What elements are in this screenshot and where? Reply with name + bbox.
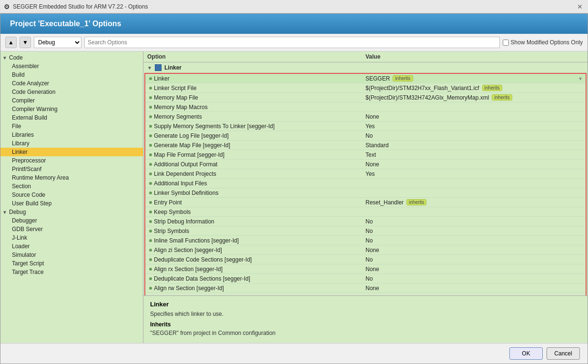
option-dot bbox=[149, 277, 152, 280]
table-row[interactable]: Memory Map File $(ProjectDir)/STM32H742A… bbox=[145, 93, 586, 102]
table-row[interactable]: Align rx Section [segger-Id] None bbox=[145, 264, 586, 274]
table-row[interactable]: Strip Symbols No bbox=[145, 226, 586, 236]
close-button[interactable]: ✕ bbox=[576, 2, 584, 11]
option-dot bbox=[149, 172, 152, 175]
option-dot bbox=[149, 115, 152, 118]
table-row[interactable]: Linker SEGGER inherits ▾ bbox=[145, 74, 586, 83]
right-panel: Option Value ▼ Linker Linker bbox=[143, 51, 588, 343]
sidebar-item-compiler-warning[interactable]: Compiler Warning bbox=[0, 105, 143, 113]
option-dot bbox=[149, 201, 152, 204]
option-dot bbox=[149, 239, 152, 242]
dialog-header: Project 'Executable_1' Options bbox=[0, 14, 588, 34]
sidebar-item-compiler[interactable]: Compiler bbox=[0, 96, 143, 105]
sidebar-item-user-build-step[interactable]: User Build Step bbox=[0, 199, 143, 208]
table-row[interactable]: Align zi Section [segger-Id] None bbox=[145, 245, 586, 255]
option-dot bbox=[149, 144, 152, 147]
show-modified-checkbox[interactable] bbox=[503, 40, 509, 46]
sidebar-item-file[interactable]: File bbox=[0, 122, 143, 131]
sidebar-item-printf-scanf[interactable]: Printf/Scanf bbox=[0, 165, 143, 173]
description-panel: Linker Specifies which linker to use. In… bbox=[143, 295, 588, 343]
table-row[interactable]: Align rw Section [segger-Id] None bbox=[145, 283, 586, 293]
option-dot bbox=[149, 192, 152, 194]
table-row[interactable]: Generate Log File [segger-Id] No bbox=[145, 131, 586, 141]
sidebar-item-runtime-memory[interactable]: Runtime Memory Area bbox=[0, 173, 143, 182]
option-dot bbox=[149, 258, 152, 261]
sidebar-item-target-script[interactable]: Target Script bbox=[0, 259, 143, 268]
option-dot bbox=[149, 96, 152, 99]
linker-title: Linker bbox=[164, 64, 182, 71]
dialog-footer: OK Cancel bbox=[0, 343, 588, 364]
table-row[interactable]: Strip Debug Information No bbox=[145, 217, 586, 226]
table-row[interactable]: Memory Map Macros bbox=[145, 102, 586, 112]
ok-button[interactable]: OK bbox=[509, 347, 543, 360]
option-dot bbox=[149, 249, 152, 252]
options-header: Option Value bbox=[143, 51, 588, 62]
table-row[interactable]: Entry Point Reset_Handler inherits bbox=[145, 198, 586, 207]
title-bar: ⚙ SEGGER Embedded Studio for ARM V7.22 -… bbox=[0, 0, 588, 13]
expand-icon: ▼ bbox=[2, 55, 7, 61]
options-table: Option Value ▼ Linker Linker bbox=[143, 51, 588, 295]
sidebar: ▼ Code Assembler Build Code Analyzer Cod… bbox=[0, 51, 143, 343]
table-row[interactable]: Generate Map File [segger-Id] Standard bbox=[145, 141, 586, 150]
sidebar-item-preprocessor[interactable]: Preprocessor bbox=[0, 156, 143, 165]
sidebar-item-j-link[interactable]: J-Link bbox=[0, 233, 143, 242]
table-row[interactable]: Additional Output Format None bbox=[145, 160, 586, 169]
sidebar-item-library[interactable]: Library bbox=[0, 139, 143, 148]
table-row[interactable]: Memory Segments None bbox=[145, 112, 586, 121]
table-row[interactable]: Linker Symbol Definitions bbox=[145, 188, 586, 198]
sidebar-item-simulator[interactable]: Simulator bbox=[0, 251, 143, 259]
table-row[interactable]: Link Dependent Projects Yes bbox=[145, 169, 586, 179]
sidebar-item-debug[interactable]: ▼ Debug bbox=[0, 208, 143, 216]
show-modified-label[interactable]: Show Modified Options Only bbox=[503, 39, 583, 46]
config-select[interactable]: Debug bbox=[34, 37, 81, 48]
sidebar-item-loader[interactable]: Loader bbox=[0, 242, 143, 251]
sidebar-item-gdb-server[interactable]: GDB Server bbox=[0, 225, 143, 233]
main-content: ▼ Code Assembler Build Code Analyzer Cod… bbox=[0, 51, 588, 343]
inherits-badge: inherits bbox=[393, 75, 413, 81]
table-row[interactable]: Linker Script File $(ProjectDir)/STM32H7… bbox=[145, 83, 586, 93]
col-option: Option bbox=[147, 53, 365, 60]
inherits-badge: inherits bbox=[492, 94, 512, 101]
option-dot bbox=[149, 220, 152, 223]
sidebar-item-build[interactable]: Build bbox=[0, 71, 143, 79]
desc-inherits-title: Inherits bbox=[150, 321, 581, 328]
table-row[interactable]: Additional Input Files bbox=[145, 179, 586, 188]
sidebar-item-code-analyzer[interactable]: Code Analyzer bbox=[0, 79, 143, 88]
table-row[interactable]: Supply Memory Segments To Linker [segger… bbox=[145, 121, 586, 131]
sidebar-item-section[interactable]: Section bbox=[0, 182, 143, 191]
desc-title: Linker bbox=[150, 301, 581, 308]
sidebar-item-assembler[interactable]: Assembler bbox=[0, 62, 143, 71]
sidebar-item-code[interactable]: ▼ Code bbox=[0, 53, 143, 62]
options-body: Linker SEGGER inherits ▾ Linker Script F… bbox=[144, 73, 587, 295]
table-row[interactable]: Keep Symbols bbox=[145, 207, 586, 217]
desc-inherits-text: "SEGGER" from project in Common configur… bbox=[150, 330, 581, 336]
table-row[interactable]: Map File Format [segger-Id] Text bbox=[145, 150, 586, 160]
sidebar-label-code: Code bbox=[9, 54, 23, 61]
table-row[interactable]: Deduplicate Code Sections [segger-Id] No bbox=[145, 255, 586, 264]
option-dot bbox=[149, 163, 152, 166]
option-dot bbox=[149, 153, 152, 156]
dialog-title: Project 'Executable_1' Options bbox=[10, 20, 121, 28]
cancel-button[interactable]: Cancel bbox=[547, 347, 580, 360]
sidebar-item-external-build[interactable]: External Build bbox=[0, 113, 143, 122]
option-dot bbox=[149, 87, 152, 90]
down-button[interactable]: ▼ bbox=[20, 37, 31, 48]
inherits-badge: inherits bbox=[406, 199, 426, 205]
sidebar-item-linker[interactable]: Linker bbox=[0, 148, 143, 156]
sidebar-item-code-generation[interactable]: Code Generation bbox=[0, 88, 143, 96]
sidebar-item-target-trace[interactable]: Target Trace bbox=[0, 268, 143, 276]
table-row[interactable]: Inline Small Functions [segger-Id] No bbox=[145, 236, 586, 245]
col-value: Value bbox=[365, 53, 584, 60]
sidebar-item-source-code[interactable]: Source Code bbox=[0, 191, 143, 199]
option-dot bbox=[149, 134, 152, 137]
sidebar-item-libraries[interactable]: Libraries bbox=[0, 131, 143, 139]
toolbar: ▲ ▼ Debug Show Modified Options Only bbox=[0, 34, 588, 51]
table-row[interactable]: Deduplicate Data Sections [segger-Id] No bbox=[145, 274, 586, 283]
sidebar-item-debugger[interactable]: Debugger bbox=[0, 216, 143, 225]
sidebar-label-debug: Debug bbox=[9, 209, 26, 215]
option-dot bbox=[149, 268, 152, 271]
up-button[interactable]: ▲ bbox=[5, 37, 17, 48]
expand-debug-icon: ▼ bbox=[2, 210, 7, 215]
search-input[interactable] bbox=[84, 37, 500, 48]
option-dot bbox=[149, 125, 152, 128]
